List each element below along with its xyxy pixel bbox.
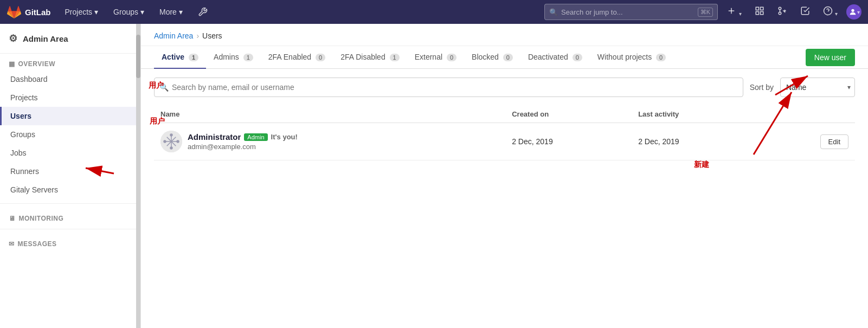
user-email: admin@example.com	[188, 143, 298, 151]
user-name-row: Administrator Admin It's you!	[188, 132, 298, 142]
tabs-bar: Active 1 Admins 1 2FA Enabled 0 2FA Disa…	[141, 46, 868, 69]
user-name-wrap: Administrator Admin It's you! admin@exam…	[188, 132, 298, 151]
tab-active-count: 1	[189, 54, 198, 61]
main-layout: ⚙ Admin Area ▦ Overview Dashboard Projec…	[0, 24, 868, 328]
todo-icon[interactable]	[796, 4, 814, 20]
container-registry-icon[interactable]	[750, 4, 769, 20]
users-table: Name Created on Last activity	[154, 106, 855, 160]
search-icon: 🔍	[549, 8, 558, 16]
chevron-down-icon: ▾	[94, 8, 98, 16]
tab-deactivated[interactable]: Deactivated 0	[520, 46, 590, 69]
nav-projects[interactable]: Projects ▾	[60, 4, 104, 20]
tab-blocked-count: 0	[503, 54, 513, 61]
admin-area-icon: ⚙	[9, 33, 17, 44]
main-content: Admin Area › Users Active 1 Admins 1 2FA…	[141, 24, 868, 328]
sidebar-item-projects[interactable]: Projects	[0, 88, 140, 107]
user-name[interactable]: Administrator	[188, 132, 241, 142]
help-icon[interactable]: ▾	[819, 4, 842, 20]
sidebar-item-dashboard[interactable]: Dashboard	[0, 70, 140, 88]
edit-user-button[interactable]: Edit	[820, 134, 848, 149]
sidebar-item-runners[interactable]: Runners	[0, 162, 140, 181]
gitlab-logo-icon	[7, 4, 22, 20]
tab-2fa-enabled-count: 0	[316, 54, 325, 61]
nav-wrench[interactable]	[192, 4, 213, 20]
plus-button[interactable]: ▾	[722, 4, 745, 20]
nav-groups[interactable]: Groups ▾	[108, 4, 150, 20]
chevron-down-icon: ▾	[140, 8, 144, 16]
sort-select-wrap: Name Oldest created Newest created Last …	[780, 78, 855, 97]
svg-point-6	[779, 7, 781, 10]
tab-external-count: 0	[447, 54, 456, 61]
col-actions	[758, 106, 855, 123]
tab-active[interactable]: Active 1	[154, 46, 206, 69]
breadcrumb: Admin Area › Users	[141, 24, 868, 46]
new-user-button[interactable]: New user	[806, 49, 855, 66]
brand-name: GitLab	[25, 8, 51, 17]
svg-point-17	[170, 134, 172, 136]
breadcrumb-admin-area[interactable]: Admin Area	[154, 31, 193, 40]
svg-point-20	[177, 140, 179, 143]
sidebar-header: ⚙ Admin Area	[0, 24, 140, 54]
global-search[interactable]: 🔍 Search or jump to... ⌘K	[544, 4, 718, 20]
brand-logo[interactable]: GitLab	[7, 4, 51, 20]
sort-select[interactable]: Name Oldest created Newest created Last …	[780, 78, 855, 97]
merge-request-icon[interactable]	[773, 4, 792, 20]
breadcrumb-current: Users	[202, 31, 222, 40]
svg-rect-4	[756, 12, 758, 15]
sidebar-section-overview: ▦ Overview	[0, 54, 140, 70]
tab-2fa-disabled-count: 1	[390, 54, 400, 61]
search-shortcut: ⌘K	[698, 8, 713, 17]
user-avatar-nav[interactable]: ▾	[846, 4, 861, 20]
sort-label: Sort by	[750, 83, 774, 92]
sidebar-item-gitaly[interactable]: Gitaly Servers	[0, 181, 140, 199]
svg-point-19	[164, 140, 166, 143]
top-navbar: GitLab Projects ▾ Groups ▾ More ▾ 🔍 Sear…	[0, 0, 868, 24]
col-name: Name	[154, 106, 505, 123]
chevron-down-icon: ▾	[179, 8, 183, 16]
svg-point-18	[170, 147, 172, 149]
sidebar-item-jobs[interactable]: Jobs	[0, 144, 140, 162]
search-placeholder: Search or jump to...	[561, 8, 622, 16]
user-info: Administrator Admin It's you! admin@exam…	[160, 131, 499, 152]
user-created-on: 2 Dec, 2019	[505, 123, 632, 160]
tab-admins-count: 1	[243, 54, 253, 61]
sidebar-section-messages: ✉ Messages	[0, 234, 140, 250]
monitor-icon: 🖥	[9, 215, 16, 222]
user-last-activity: 2 Dec, 2019	[632, 123, 758, 160]
grid-icon: ▦	[9, 60, 15, 68]
col-last-activity: Last activity	[632, 106, 758, 123]
wrench-icon	[198, 7, 208, 17]
svg-point-11	[851, 9, 854, 12]
sidebar-item-users[interactable]: Users	[0, 107, 140, 125]
col-created-on: Created on	[505, 106, 632, 123]
its-you-label: It's you!	[271, 133, 298, 141]
svg-point-7	[779, 12, 781, 15]
admin-badge: Admin	[244, 133, 267, 141]
tab-2fa-disabled[interactable]: 2FA Disabled 1	[333, 46, 407, 69]
tab-deactivated-count: 0	[573, 54, 582, 61]
sidebar-divider-2	[0, 229, 140, 229]
sidebar-section-monitoring: 🖥 Monitoring	[0, 208, 140, 224]
table-header: Name Created on Last activity	[154, 106, 855, 123]
search-sort-row: 🔍 Sort by Name Oldest created Newest cre…	[154, 78, 855, 97]
svg-rect-5	[760, 12, 763, 15]
annotation-user-label: 用户	[149, 81, 164, 91]
tab-blocked[interactable]: Blocked 0	[464, 46, 520, 69]
svg-rect-2	[756, 7, 758, 10]
nav-more[interactable]: More ▾	[154, 4, 188, 20]
tab-admins[interactable]: Admins 1	[206, 46, 261, 69]
breadcrumb-separator: ›	[196, 31, 199, 40]
message-icon: ✉	[9, 240, 15, 248]
search-input[interactable]	[154, 78, 743, 97]
sidebar: ⚙ Admin Area ▦ Overview Dashboard Projec…	[0, 24, 141, 328]
content-area: 用户 🔍 Sort by Name Oldest created Newest …	[141, 69, 868, 169]
tab-without-projects[interactable]: Without projects 0	[590, 46, 673, 69]
search-input-wrap: 🔍	[154, 78, 743, 97]
tab-2fa-enabled[interactable]: 2FA Enabled 0	[261, 46, 333, 69]
avatar	[160, 131, 182, 152]
table-row: Administrator Admin It's you! admin@exam…	[154, 123, 855, 160]
sidebar-divider	[0, 203, 140, 204]
tab-without-projects-count: 0	[656, 54, 666, 61]
sidebar-item-groups[interactable]: Groups	[0, 125, 140, 144]
tab-external[interactable]: External 0	[407, 46, 464, 69]
